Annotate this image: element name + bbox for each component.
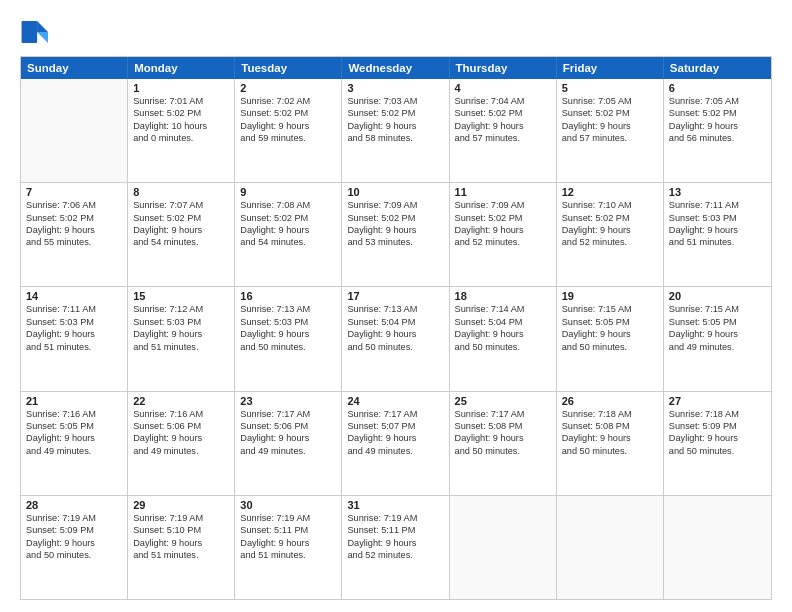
cell-line: and 54 minutes. — [240, 236, 336, 248]
cal-cell: 23Sunrise: 7:17 AMSunset: 5:06 PMDayligh… — [235, 392, 342, 495]
cell-line: and 50 minutes. — [240, 341, 336, 353]
cell-line: and 50 minutes. — [455, 341, 551, 353]
cell-line: Sunset: 5:02 PM — [347, 107, 443, 119]
cell-line: Daylight: 9 hours — [347, 328, 443, 340]
cell-line: Daylight: 9 hours — [669, 328, 766, 340]
header — [20, 18, 772, 46]
day-number: 30 — [240, 499, 336, 511]
cell-line: Sunrise: 7:02 AM — [240, 95, 336, 107]
calendar-header-row: SundayMondayTuesdayWednesdayThursdayFrid… — [21, 57, 771, 79]
cal-cell: 13Sunrise: 7:11 AMSunset: 5:03 PMDayligh… — [664, 183, 771, 286]
week-row-4: 21Sunrise: 7:16 AMSunset: 5:05 PMDayligh… — [21, 391, 771, 495]
cell-line: Sunset: 5:02 PM — [347, 212, 443, 224]
cal-cell: 24Sunrise: 7:17 AMSunset: 5:07 PMDayligh… — [342, 392, 449, 495]
header-day-saturday: Saturday — [664, 57, 771, 79]
day-number: 26 — [562, 395, 658, 407]
cell-line: and 50 minutes. — [26, 549, 122, 561]
day-number: 24 — [347, 395, 443, 407]
week-row-3: 14Sunrise: 7:11 AMSunset: 5:03 PMDayligh… — [21, 286, 771, 390]
day-number: 27 — [669, 395, 766, 407]
cell-line: Daylight: 9 hours — [669, 224, 766, 236]
cell-line: and 52 minutes. — [455, 236, 551, 248]
cal-cell: 17Sunrise: 7:13 AMSunset: 5:04 PMDayligh… — [342, 287, 449, 390]
cell-line: Daylight: 9 hours — [562, 328, 658, 340]
cell-line: Sunset: 5:02 PM — [240, 212, 336, 224]
cal-cell: 8Sunrise: 7:07 AMSunset: 5:02 PMDaylight… — [128, 183, 235, 286]
cell-line: and 49 minutes. — [133, 445, 229, 457]
week-row-5: 28Sunrise: 7:19 AMSunset: 5:09 PMDayligh… — [21, 495, 771, 599]
cell-line: Daylight: 9 hours — [240, 537, 336, 549]
cal-cell: 25Sunrise: 7:17 AMSunset: 5:08 PMDayligh… — [450, 392, 557, 495]
cell-line: Sunrise: 7:19 AM — [240, 512, 336, 524]
cell-line: Sunrise: 7:19 AM — [133, 512, 229, 524]
cell-line: Sunset: 5:08 PM — [562, 420, 658, 432]
day-number: 7 — [26, 186, 122, 198]
cell-line: Sunset: 5:11 PM — [240, 524, 336, 536]
cell-line: Sunrise: 7:16 AM — [133, 408, 229, 420]
day-number: 21 — [26, 395, 122, 407]
cell-line: Daylight: 9 hours — [562, 224, 658, 236]
cell-line: Sunrise: 7:09 AM — [347, 199, 443, 211]
cell-line: Sunset: 5:09 PM — [669, 420, 766, 432]
week-row-2: 7Sunrise: 7:06 AMSunset: 5:02 PMDaylight… — [21, 182, 771, 286]
day-number: 14 — [26, 290, 122, 302]
cell-line: Sunrise: 7:19 AM — [26, 512, 122, 524]
cal-cell: 9Sunrise: 7:08 AMSunset: 5:02 PMDaylight… — [235, 183, 342, 286]
cal-cell — [664, 496, 771, 599]
cell-line: Daylight: 9 hours — [347, 120, 443, 132]
week-row-1: 1Sunrise: 7:01 AMSunset: 5:02 PMDaylight… — [21, 79, 771, 182]
cal-cell: 31Sunrise: 7:19 AMSunset: 5:11 PMDayligh… — [342, 496, 449, 599]
day-number: 5 — [562, 82, 658, 94]
cal-cell: 10Sunrise: 7:09 AMSunset: 5:02 PMDayligh… — [342, 183, 449, 286]
cell-line: and 57 minutes. — [455, 132, 551, 144]
cell-line: Sunrise: 7:15 AM — [669, 303, 766, 315]
cell-line: and 50 minutes. — [562, 341, 658, 353]
cell-line: Daylight: 9 hours — [347, 432, 443, 444]
cell-line: Sunset: 5:04 PM — [455, 316, 551, 328]
cell-line: Sunset: 5:02 PM — [562, 107, 658, 119]
page: SundayMondayTuesdayWednesdayThursdayFrid… — [0, 0, 792, 612]
day-number: 20 — [669, 290, 766, 302]
cal-cell: 29Sunrise: 7:19 AMSunset: 5:10 PMDayligh… — [128, 496, 235, 599]
cell-line: Sunset: 5:03 PM — [669, 212, 766, 224]
day-number: 22 — [133, 395, 229, 407]
cal-cell: 15Sunrise: 7:12 AMSunset: 5:03 PMDayligh… — [128, 287, 235, 390]
cell-line: Sunset: 5:11 PM — [347, 524, 443, 536]
cell-line: Sunset: 5:02 PM — [562, 212, 658, 224]
cell-line: Daylight: 9 hours — [455, 120, 551, 132]
cell-line: Sunset: 5:02 PM — [669, 107, 766, 119]
cal-cell: 3Sunrise: 7:03 AMSunset: 5:02 PMDaylight… — [342, 79, 449, 182]
day-number: 28 — [26, 499, 122, 511]
cell-line: Sunrise: 7:16 AM — [26, 408, 122, 420]
logo — [20, 18, 52, 46]
cell-line: and 51 minutes. — [26, 341, 122, 353]
cal-cell: 6Sunrise: 7:05 AMSunset: 5:02 PMDaylight… — [664, 79, 771, 182]
cell-line: Daylight: 9 hours — [240, 432, 336, 444]
cell-line: Sunset: 5:03 PM — [240, 316, 336, 328]
cal-cell: 7Sunrise: 7:06 AMSunset: 5:02 PMDaylight… — [21, 183, 128, 286]
cell-line: Daylight: 9 hours — [455, 224, 551, 236]
cell-line: and 49 minutes. — [347, 445, 443, 457]
day-number: 1 — [133, 82, 229, 94]
cell-line: Sunrise: 7:17 AM — [347, 408, 443, 420]
cell-line: Daylight: 9 hours — [26, 537, 122, 549]
cell-line: and 59 minutes. — [240, 132, 336, 144]
cell-line: Sunrise: 7:18 AM — [562, 408, 658, 420]
cell-line: Sunrise: 7:13 AM — [240, 303, 336, 315]
cal-cell: 12Sunrise: 7:10 AMSunset: 5:02 PMDayligh… — [557, 183, 664, 286]
day-number: 15 — [133, 290, 229, 302]
day-number: 6 — [669, 82, 766, 94]
cal-cell: 11Sunrise: 7:09 AMSunset: 5:02 PMDayligh… — [450, 183, 557, 286]
cal-cell: 4Sunrise: 7:04 AMSunset: 5:02 PMDaylight… — [450, 79, 557, 182]
day-number: 9 — [240, 186, 336, 198]
logo-icon — [20, 18, 48, 46]
cell-line: Daylight: 9 hours — [240, 224, 336, 236]
cell-line: Sunset: 5:02 PM — [455, 107, 551, 119]
day-number: 12 — [562, 186, 658, 198]
cell-line: and 51 minutes. — [133, 341, 229, 353]
cell-line: Daylight: 9 hours — [669, 432, 766, 444]
cell-line: Daylight: 9 hours — [562, 120, 658, 132]
cell-line: and 57 minutes. — [562, 132, 658, 144]
cell-line: and 55 minutes. — [26, 236, 122, 248]
cell-line: Daylight: 9 hours — [133, 432, 229, 444]
